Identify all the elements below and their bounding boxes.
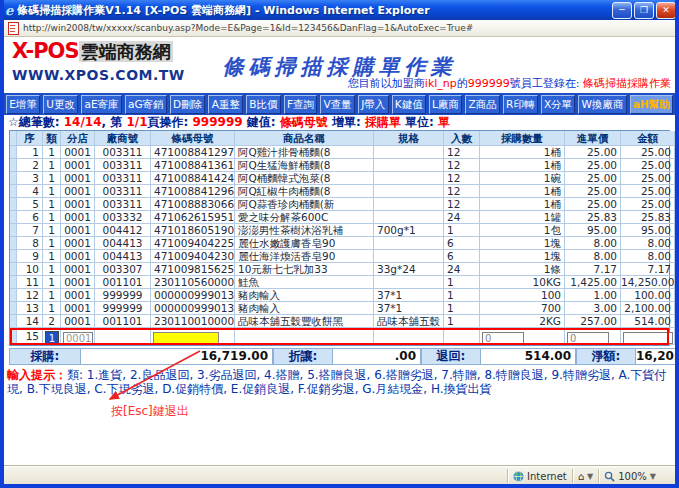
cell: 10 [17, 263, 43, 276]
table-row[interactable]: 13100019999990000009990135豬肉輸入37*117003.… [10, 302, 669, 315]
table-row[interactable]: 8100010044134710094042256麗仕水嫩護膚香皂9061塊8.… [10, 237, 669, 250]
table-row[interactable]: 14200010011012301100100002品味本舖五穀豐收餅黑品味本舖… [10, 315, 669, 328]
cell: 4710186051906 [151, 224, 235, 237]
cell: 1包 [480, 224, 565, 237]
toolbar-button[interactable]: L廠商 [429, 95, 462, 114]
zoom-segment[interactable]: 100% ▼ [598, 469, 661, 483]
cell [10, 250, 17, 263]
resize-grip[interactable] [661, 469, 675, 483]
text-segment: 條碼母號 [280, 115, 328, 129]
toolbar-button[interactable]: F查詢 [284, 95, 318, 114]
cell: 澎澎男性茶樹沐浴乳補 [235, 224, 374, 237]
cell: 品味本舖五穀豐收餅黑 [235, 315, 374, 328]
cell: 9 [17, 250, 43, 263]
status-bar: Internet ⌂ ▼ 100% ▼ [4, 466, 675, 485]
cell: 4710098156256 [151, 263, 235, 276]
cell: 0001 [61, 276, 95, 289]
esc-note: 按[Esc]鍵退出 [111, 403, 189, 420]
cell: 麗仕水嫩護膚香皂90 [235, 237, 374, 250]
cell: 001101 [95, 315, 151, 328]
toolbar-button[interactable]: R印轉 [503, 95, 538, 114]
entry-barcode-input[interactable] [153, 332, 219, 344]
entry-type-input[interactable]: 1 [45, 331, 59, 344]
toolbar-button[interactable]: K鍵值 [392, 95, 426, 114]
entry-amount-cell [621, 328, 675, 345]
entry-amount-input[interactable] [623, 332, 673, 344]
cell: 0000009990135 [151, 289, 235, 302]
toolbar-button[interactable]: D刪除 [170, 95, 206, 114]
input-hints: 輸入提示：類: 1.進貨, 2.良品退回, 3.劣品退回, 4.搭贈, 5.搭贈… [4, 368, 675, 396]
status-line: ☆總筆數: 14/14, 第 1/1頁操作: 999999 鍵值: 條碼母號 增… [4, 115, 675, 130]
toolbar-button[interactable]: Z商品 [465, 95, 500, 114]
text-segment: 單位: [401, 115, 438, 129]
cell: 4710094042256 [151, 237, 235, 250]
phishing-filter-segment[interactable]: ⌂ ▼ [572, 469, 599, 483]
cell: 11 [17, 276, 43, 289]
cell: 2301105600002 [151, 276, 235, 289]
home-icon: ⌂ [578, 471, 584, 482]
cell: 阿Q桶麵韓式泡菜(8 [235, 172, 374, 185]
toolbar-button[interactable]: B比價 [246, 95, 281, 114]
cell: 37*1 [374, 302, 444, 315]
table-row[interactable]: 3100010033114710088414243阿Q桶麵韓式泡菜(8121碗2… [10, 172, 669, 185]
cell: 1 [444, 315, 480, 328]
cell: 1桶 [480, 198, 565, 211]
page-icon [8, 22, 19, 35]
table-row[interactable]: 1010001003307471009815625610元新七七乳加3333g*… [10, 263, 669, 276]
cell: 004412 [95, 224, 151, 237]
table-row[interactable]: 7100010044124710186051906澎澎男性茶樹沐浴乳補700g*… [10, 224, 669, 237]
cell: 1桶 [480, 146, 565, 159]
cell: 003307 [95, 263, 151, 276]
cell [374, 172, 444, 185]
entry-store-input[interactable]: 0001 [63, 332, 93, 344]
entry-qty-input[interactable]: 0 [482, 332, 524, 344]
toolbar-button[interactable]: A重整 [208, 95, 243, 114]
cell: 003311 [95, 198, 151, 211]
cell: 金額 [621, 131, 675, 146]
cell: 003311 [95, 185, 151, 198]
table-row[interactable]: 4100010033114710088412966阿Q紅椒牛肉桶麵(8121桶2… [10, 185, 669, 198]
toolbar-button[interactable]: W換廠商 [578, 95, 626, 114]
cell: 1 [444, 289, 480, 302]
address-bar[interactable]: http://win2008/tw/xxxxx/scanbuy.asp?Mode… [4, 20, 675, 37]
cell: 4710088412966 [151, 185, 235, 198]
toolbar-button[interactable]: E增筆 [6, 95, 40, 114]
text-segment: 單 [438, 115, 450, 129]
cell: 0001 [61, 237, 95, 250]
toolbar-button[interactable]: J帶入 [358, 95, 389, 114]
toolbar-button[interactable]: aG寄銷 [125, 95, 167, 114]
close-button[interactable]: ✕ [656, 2, 676, 19]
cell: 條碼母號 [151, 131, 235, 146]
zone-segment[interactable]: Internet [507, 469, 572, 483]
browser-window: e 條碼掃描採購作業V1.14 [X-POS 雲端商務網] - Windows … [0, 0, 679, 488]
title-bar[interactable]: e 條碼掃描採購作業V1.14 [X-POS 雲端商務網] - Windows … [0, 0, 679, 20]
toolbar-button[interactable]: U更改 [43, 95, 78, 114]
cell: 003311 [95, 172, 151, 185]
cell: 25.00 [565, 172, 621, 185]
table-row[interactable]: 11100010011012301105600002鮭魚110KG1,425.0… [10, 276, 669, 289]
cell: 阿Q蒜香珍肉桶麵(新 [235, 198, 374, 211]
table-row[interactable]: 2100010033114710088413611阿Q生猛海鮮桶麵(8121桶2… [10, 159, 669, 172]
table-row[interactable]: 1100010033114710088412973阿Q雞汁排骨桶麵(8121桶2… [10, 146, 669, 159]
cell: 1 [43, 276, 61, 289]
zone-label: Internet [527, 471, 567, 482]
entry-vendor-cell [95, 328, 151, 345]
cell: 004413 [95, 250, 151, 263]
url-text[interactable]: http://win2008/tw/xxxxx/scanbuy.asp?Mode… [23, 23, 473, 33]
entry-price-input[interactable]: 0 [567, 332, 609, 344]
entry-row[interactable]: 15 1 0001 0 0 [10, 328, 669, 345]
toolbar-button[interactable]: X分單 [541, 95, 576, 114]
minimize-button[interactable]: ─ [612, 2, 632, 19]
table-row[interactable]: 12100019999990000009990135豬肉輸入37*111001.… [10, 289, 669, 302]
table-row[interactable]: 5100010033114710088830661阿Q蒜香珍肉桶麵(新121桶2… [10, 198, 669, 211]
table-row[interactable]: 9100010044134710094042300麗仕海洋煥活香皂9061塊8.… [10, 250, 669, 263]
table-row[interactable]: 6100010033324710626159513愛之味分解茶600C241罐2… [10, 211, 669, 224]
toolbar-button[interactable]: aE寄庫 [81, 95, 122, 114]
entry-spec-cell [374, 328, 444, 345]
toolbar-button[interactable]: V查量 [320, 95, 355, 114]
text-segment: 999999 [468, 77, 510, 90]
cell [374, 159, 444, 172]
cell: 999999 [95, 289, 151, 302]
maximize-button[interactable]: ❐ [634, 2, 654, 19]
toolbar-button[interactable]: aH幫助 [630, 95, 673, 114]
